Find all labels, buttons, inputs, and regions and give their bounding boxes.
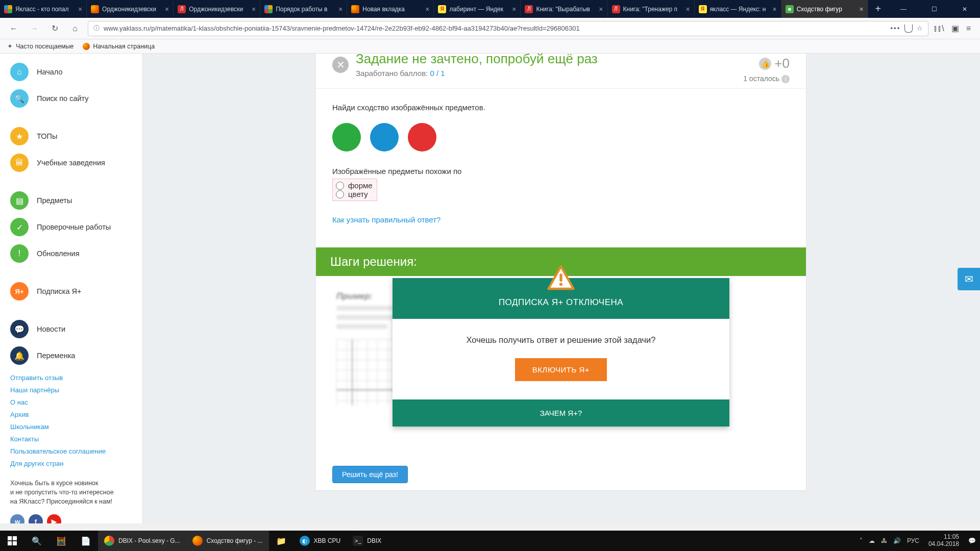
tab-label: Якласс - кто попал [15, 6, 75, 13]
star-icon[interactable]: ☆ [917, 24, 923, 32]
close-icon[interactable]: × [252, 5, 256, 13]
task-header-right: 👍+0 1 осталось i [743, 54, 790, 83]
url-bar[interactable]: ⓘ www.yaklass.ru/p/matematika/1-klass/ob… [88, 21, 928, 36]
taskbar-app-chrome[interactable]: DBIX - Pool.sexy - G... [98, 531, 186, 551]
home-button[interactable]: ⌂ [67, 21, 83, 36]
sidebar-item-break[interactable]: 🔔Переменка [0, 342, 142, 369]
favicon-icon: Л [525, 5, 533, 13]
sidebar-item-tops[interactable]: ★ТОПы [0, 123, 142, 149]
language-indicator[interactable]: РУС [907, 537, 919, 544]
link-feedback[interactable]: Отправить отзыв [10, 374, 132, 382]
info-icon[interactable]: i [781, 75, 790, 83]
radio-shape[interactable] [336, 182, 344, 190]
svg-point-1 [559, 283, 562, 286]
forward-button[interactable]: → [27, 21, 42, 36]
start-button[interactable] [0, 531, 24, 551]
radio-color[interactable] [336, 190, 344, 198]
link-students[interactable]: Школьникам [10, 423, 132, 431]
enable-yaplus-button[interactable]: ВКЛЮЧИТЬ Я+ [515, 358, 607, 381]
explorer-icon[interactable]: 📁 [269, 531, 293, 551]
sidebar-item-home[interactable]: ⌂Начало [0, 59, 142, 85]
facebook-icon[interactable]: f [29, 514, 43, 523]
tray-chevron-icon[interactable]: ˄ [860, 537, 863, 544]
link-contacts[interactable]: Контакты [10, 435, 132, 443]
close-icon[interactable]: × [165, 5, 169, 13]
bookmark-frequent[interactable]: ✦Часто посещаемые [7, 42, 74, 50]
new-tab-button[interactable]: + [868, 0, 888, 18]
sidebar-item-subjects[interactable]: ▤Предметы [0, 187, 142, 214]
notifications-icon[interactable]: 💬 [968, 537, 976, 544]
svg-rect-2 [8, 536, 12, 540]
sidebar-item-subscribe[interactable]: Я+Подписка Я+ [0, 278, 142, 305]
link-about[interactable]: О нас [10, 398, 132, 406]
close-icon[interactable]: × [78, 5, 82, 13]
onedrive-icon[interactable]: ☁ [869, 537, 875, 544]
option-color[interactable]: цвету [336, 190, 373, 198]
tab-9-active[interactable]: ■Сходство фигур× [781, 0, 868, 18]
tab-7[interactable]: ЛКнига: "Тренажер п× [608, 0, 695, 18]
tab-2[interactable]: ЛОрджоникидзевски× [174, 0, 260, 18]
why-yaplus-button[interactable]: ЗАЧЕМ Я+? [393, 399, 729, 427]
notepad-icon[interactable]: 📄 [74, 531, 98, 551]
taskbar-app-dbix[interactable]: >_DBIX [347, 531, 387, 551]
close-icon[interactable]: × [512, 5, 516, 13]
calculator-icon[interactable]: 🧮 [49, 531, 74, 551]
reload-button[interactable]: ↻ [47, 21, 62, 36]
tab-3[interactable]: Порядок работы в× [260, 0, 347, 18]
link-terms[interactable]: Пользовательское соглашение [10, 447, 132, 455]
sidebar-item-checks[interactable]: ✓Проверочные работы [0, 214, 142, 240]
tab-8[interactable]: Яякласс — Яндекс: н× [695, 0, 781, 18]
maximize-button[interactable]: ☐ [919, 0, 949, 18]
retry-button[interactable]: Решить ещё раз! [332, 466, 408, 483]
sidebar-item-updates[interactable]: !Обновления [0, 240, 142, 267]
close-icon[interactable]: × [425, 5, 429, 13]
library-icon[interactable]: ⫿⫿\ [934, 24, 944, 33]
sidebar-item-news[interactable]: 💬Новости [0, 316, 142, 342]
link-partners[interactable]: Наши партнёры [10, 386, 132, 394]
firefox-icon [192, 536, 203, 546]
circle-green [332, 123, 361, 152]
more-icon[interactable]: ••• [891, 24, 901, 32]
options: форме цвету [332, 179, 377, 201]
link-countries[interactable]: Для других стран [10, 460, 132, 467]
network-icon[interactable]: 🖧 [881, 537, 887, 544]
sidebar-item-search[interactable]: 🔍Поиск по сайту [0, 85, 142, 112]
close-icon[interactable]: × [685, 5, 690, 13]
tab-1[interactable]: Орджоникидзевски× [87, 0, 174, 18]
mail-float-button[interactable]: ✉ [958, 268, 980, 290]
volume-icon[interactable]: 🔊 [893, 537, 901, 544]
chat-icon: 💬 [10, 320, 29, 338]
taskbar-label: DBIX [367, 537, 381, 544]
sidebar-item-schools[interactable]: 🏛Учебные заведения [0, 149, 142, 176]
close-icon[interactable]: × [860, 5, 864, 13]
tab-label: Орджоникидзевски [189, 6, 249, 13]
link-archive[interactable]: Архив [10, 411, 132, 418]
clock[interactable]: 11:0504.04.2018 [925, 534, 962, 548]
close-icon[interactable]: × [773, 5, 777, 13]
close-icon[interactable]: × [338, 5, 342, 13]
search-button[interactable]: 🔍 [24, 531, 49, 551]
minimize-button[interactable]: — [888, 0, 919, 18]
close-icon[interactable]: × [599, 5, 603, 13]
tab-6[interactable]: ЛКнига: "Вырабатыв× [521, 0, 607, 18]
tab-5[interactable]: Ялабиринт — Яндек× [434, 0, 521, 18]
tab-4[interactable]: Новая вкладка× [347, 0, 434, 18]
menu-icon[interactable]: ≡ [966, 24, 971, 33]
youtube-icon[interactable]: ▶ [47, 514, 61, 523]
vk-icon[interactable]: w [10, 514, 24, 523]
sidebar-icon[interactable]: ▣ [951, 23, 959, 33]
howto-link[interactable]: Как узнать правильный ответ? [332, 215, 790, 224]
favicon-icon: Я [699, 5, 707, 13]
tab-0[interactable]: Якласс - кто попал× [0, 0, 87, 18]
bookmark-start[interactable]: Начальная страница [83, 43, 155, 50]
back-button[interactable]: ← [6, 21, 21, 36]
taskbar-app-xbb[interactable]: ◐XBB CPU [293, 531, 347, 551]
pocket-icon[interactable] [904, 24, 913, 33]
sidebar-label: Проверочные работы [37, 223, 111, 231]
star-icon: ★ [10, 127, 29, 145]
option-shape[interactable]: форме [336, 181, 373, 190]
close-window-button[interactable]: ✕ [949, 0, 980, 18]
sidebar-social: w f ▶ [0, 510, 142, 523]
sidebar-promo: Хочешь быть в курсе новинок и не пропуст… [0, 471, 142, 510]
taskbar-app-firefox[interactable]: Сходство фигур - ... [186, 531, 269, 551]
